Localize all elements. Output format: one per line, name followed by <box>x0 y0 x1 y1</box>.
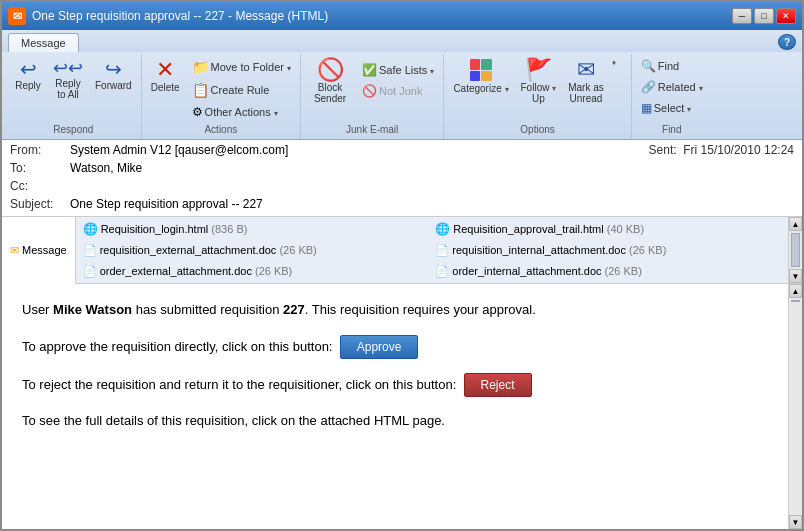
body-line-4: To see the full details of this requisit… <box>22 411 768 432</box>
forward-label: Forward <box>95 80 132 91</box>
reject-button[interactable]: Reject <box>464 373 532 397</box>
body-scroll-down[interactable]: ▼ <box>789 515 802 529</box>
actions-col: 📁 Move to Folder ▾ 📋 Create Rule ⚙ Other… <box>187 56 296 122</box>
list-item[interactable]: 🌐 Requisition_login.html (836 B) <box>80 219 432 240</box>
doc-icon-2: 📄 <box>435 244 449 257</box>
other-actions-label: Other Actions ▾ <box>205 106 278 118</box>
att-name-2: Requisition_approval_trail.html (40 KB) <box>453 223 644 235</box>
attachment-bar: ✉ Message 🌐 Requisition_login.html (836 … <box>2 217 802 284</box>
delete-icon: ✕ <box>156 59 174 81</box>
html-icon-2: 🌐 <box>435 222 450 236</box>
attachment-scrollbar[interactable]: ▲ ▼ <box>788 217 802 283</box>
reply-all-label: Replyto All <box>55 78 81 100</box>
find-button[interactable]: 🔍 Find <box>636 56 708 76</box>
block-icon: 🚫 <box>317 59 344 81</box>
select-button[interactable]: ▦ Select ▾ <box>636 98 708 118</box>
options-buttons: Categorize ▾ 🚩 Follow ▾Up ✉ Mark asUnrea… <box>448 56 626 122</box>
doc-icon-3: 📄 <box>83 265 97 278</box>
subject-row: Subject: One Step requisition approval -… <box>10 196 794 214</box>
unread-icon: ✉ <box>577 59 595 81</box>
categorize-label: Categorize ▾ <box>453 83 508 94</box>
scroll-thumb[interactable] <box>791 233 800 267</box>
app-icon: ✉ <box>8 7 26 25</box>
message-tab-label: Message <box>22 244 67 256</box>
move-to-folder-button[interactable]: 📁 Move to Folder ▾ <box>187 56 296 78</box>
respond-group: ↩ Reply ↩↩ Replyto All ↪ Forward Respond <box>6 54 142 139</box>
mark-unread-label: Mark asUnread <box>568 82 604 104</box>
main-content: User Mike Watson has submitted requisiti… <box>2 284 802 529</box>
from-row: From: System Admin V12 [qauser@elcom.com… <box>10 142 794 160</box>
reply-button[interactable]: ↩ Reply <box>10 56 46 94</box>
maximize-button[interactable]: □ <box>754 8 774 24</box>
body-reqnum: 227 <box>283 302 305 317</box>
not-junk-icon: 🚫 <box>362 84 377 98</box>
att-name-3: requisition_external_attachment.doc (26 … <box>100 244 317 256</box>
other-actions-button[interactable]: ⚙ Other Actions ▾ <box>187 102 296 122</box>
actions-group: ✕ Delete 📁 Move to Folder ▾ 📋 Create Rul… <box>142 54 301 139</box>
list-item[interactable]: 📄 requisition_internal_attachment.doc (2… <box>432 241 784 261</box>
follow-up-button[interactable]: 🚩 Follow ▾Up <box>516 56 562 107</box>
doc-icon-1: 📄 <box>83 244 97 257</box>
to-label: To: <box>10 161 70 177</box>
create-rule-button[interactable]: 📋 Create Rule <box>187 79 296 101</box>
body-scrollbar[interactable]: ▲ ▼ <box>788 284 802 529</box>
body-line-3: To reject the requisition and return it … <box>22 373 768 397</box>
tab-message[interactable]: Message <box>8 33 79 52</box>
folder-icon: 📁 <box>192 59 209 75</box>
reply-all-button[interactable]: ↩↩ Replyto All <box>48 56 88 103</box>
close-button[interactable]: ✕ <box>776 8 796 24</box>
find-group: 🔍 Find 🔗 Related ▾ ▦ Select ▾ Find <box>632 54 712 139</box>
move-label: Move to Folder ▾ <box>211 61 291 73</box>
attachment-grid: 🌐 Requisition_login.html (836 B) 🌐 Requi… <box>76 217 788 283</box>
delete-label: Delete <box>151 82 180 93</box>
att-name-4: requisition_internal_attachment.doc (26 … <box>452 244 666 256</box>
from-value: System Admin V12 [qauser@elcom.com] <box>70 143 649 159</box>
cc-value <box>70 179 794 195</box>
att-name-5: order_external_attachment.doc (26 KB) <box>100 265 293 277</box>
actions-label: Actions <box>146 122 296 137</box>
find-label: Find <box>658 60 679 72</box>
window-title: One Step requisition approval -- 227 - M… <box>32 9 328 23</box>
forward-button[interactable]: ↪ Forward <box>90 56 137 94</box>
window-controls: ─ □ ✕ <box>732 8 796 24</box>
search-icon: 🔍 <box>641 59 656 73</box>
options-group: Categorize ▾ 🚩 Follow ▾Up ✉ Mark asUnrea… <box>444 54 631 139</box>
select-label: Select ▾ <box>654 102 692 114</box>
body-scroll-thumb[interactable] <box>791 300 800 302</box>
list-item[interactable]: 📄 requisition_external_attachment.doc (2… <box>80 241 432 261</box>
junk-col: ✅ Safe Lists ▾ 🚫 Not Junk <box>357 60 439 101</box>
help-button[interactable]: ? <box>778 34 796 50</box>
list-item[interactable]: 📄 order_internal_attachment.doc (26 KB) <box>432 261 784 281</box>
not-junk-button[interactable]: 🚫 Not Junk <box>357 81 439 101</box>
scroll-down-button[interactable]: ▼ <box>789 269 802 283</box>
mark-unread-button[interactable]: ✉ Mark asUnread <box>563 56 609 107</box>
respond-label: Respond <box>10 122 137 137</box>
delete-button[interactable]: ✕ Delete <box>146 56 185 96</box>
reply-all-icon: ↩↩ <box>53 59 83 77</box>
body-scroll-up[interactable]: ▲ <box>789 284 802 298</box>
related-label: Related ▾ <box>658 81 703 93</box>
find-buttons: 🔍 Find 🔗 Related ▾ ▦ Select ▾ <box>636 56 708 122</box>
message-tab[interactable]: ✉ Message <box>2 217 76 284</box>
reply-icon: ↩ <box>20 59 37 79</box>
doc-icon-4: 📄 <box>435 265 449 278</box>
body-post1: . This requisition requires your approva… <box>305 302 536 317</box>
options-label: Options <box>448 122 626 137</box>
related-button[interactable]: 🔗 Related ▾ <box>636 77 708 97</box>
block-sender-button[interactable]: 🚫 BlockSender <box>305 56 355 107</box>
approve-button[interactable]: Approve <box>340 335 419 359</box>
scroll-track <box>789 304 802 515</box>
outlook-window: ✉ One Step requisition approval -- 227 -… <box>0 0 804 531</box>
list-item[interactable]: 🌐 Requisition_approval_trail.html (40 KB… <box>432 219 784 240</box>
categorize-button[interactable]: Categorize ▾ <box>448 56 513 97</box>
body-line4-text: To see the full details of this requisit… <box>22 413 445 428</box>
list-item[interactable]: 📄 order_external_attachment.doc (26 KB) <box>80 261 432 281</box>
from-label: From: <box>10 143 70 159</box>
scroll-up-button[interactable]: ▲ <box>789 217 802 231</box>
subject-label: Subject: <box>10 197 70 213</box>
body-pre2: To approve the requisition directly, cli… <box>22 339 332 354</box>
forward-icon: ↪ <box>105 59 122 79</box>
safe-lists-button[interactable]: ✅ Safe Lists ▾ <box>357 60 439 80</box>
minimize-button[interactable]: ─ <box>732 8 752 24</box>
select-icon: ▦ <box>641 101 652 115</box>
